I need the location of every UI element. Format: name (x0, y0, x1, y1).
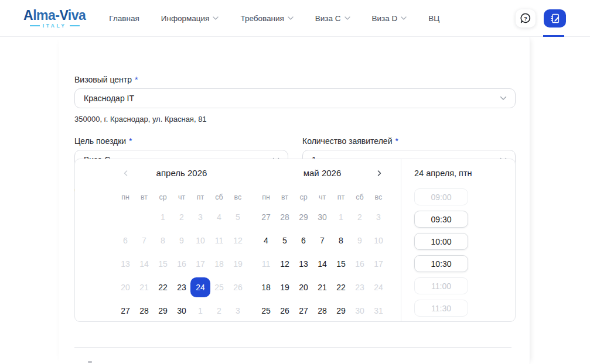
week-row: 20212223242526 (116, 276, 247, 299)
appointment-button[interactable] (544, 9, 566, 28)
nav-item-label: Информация (161, 14, 210, 23)
day-cell[interactable]: 26 (275, 299, 294, 322)
required-asterisk: * (129, 136, 132, 146)
nav-item-label: Главная (109, 14, 139, 23)
nav-item-виза-c[interactable]: Виза C (315, 14, 350, 23)
brand-subtitle: ITALY (30, 23, 80, 29)
day-cell: 2 (210, 299, 229, 322)
chevron-down-icon (345, 16, 350, 20)
day-cell[interactable]: 18 (257, 276, 275, 299)
day-cell: 11 (210, 229, 229, 252)
day-cell: 7 (135, 229, 154, 252)
day-cell: 16 (350, 252, 369, 276)
required-asterisk: * (135, 75, 138, 84)
month-title: май 2026 (257, 167, 388, 180)
day-cell[interactable]: 22 (332, 276, 350, 299)
day-cell: 2 (172, 205, 191, 229)
applicants-label: Количество заявителей* (302, 136, 398, 146)
nav-item-label: Требования (240, 14, 284, 23)
day-cell[interactable]: 12 (275, 252, 294, 276)
day-cell: 3 (369, 205, 388, 229)
week-row: 25262728293031 (257, 299, 388, 322)
day-cell[interactable]: 7 (313, 229, 332, 252)
visa-center-value: Краснодар IT (84, 94, 134, 103)
weekday-label: пн (257, 193, 275, 202)
content-panel: Визовый центр* Краснодар IT 350000, г. К… (59, 37, 530, 364)
month-grid: апрель 2026пнвтсрчтптсбвс123456789101112… (116, 167, 247, 322)
day-cell[interactable]: 15 (332, 252, 350, 276)
day-cell[interactable]: 29 (154, 299, 172, 322)
nav-item-главная[interactable]: Главная (109, 14, 139, 23)
day-cell: 1 (191, 299, 210, 322)
day-cell[interactable]: 25 (257, 299, 275, 322)
timeslot-button[interactable]: 10:00 (414, 233, 468, 250)
timeslot-button[interactable]: 09:30 (414, 211, 468, 228)
trip-purpose-label: Цель поездки* (74, 136, 132, 146)
visa-center-label: Визовый центр* (74, 75, 138, 84)
timeslots-list: 09:0009:3010:0010:3011:0011:30 (414, 188, 515, 317)
nav-item-требования[interactable]: Требования (240, 14, 293, 23)
day-cell[interactable]: 29 (332, 299, 350, 322)
day-cell[interactable]: 28 (313, 299, 332, 322)
day-cell[interactable]: 13 (294, 252, 313, 276)
day-cell[interactable]: 27 (294, 299, 313, 322)
visa-center-select[interactable]: Краснодар IT (74, 88, 516, 108)
day-cell: 21 (135, 276, 154, 299)
day-cell: 29 (294, 205, 313, 229)
day-cell[interactable]: 6 (294, 229, 313, 252)
day-cell (116, 205, 135, 229)
day-cell: 23 (350, 276, 369, 299)
day-cell: 3 (229, 299, 247, 322)
day-cell-selected[interactable]: 24 (191, 276, 210, 299)
nav-item-информация[interactable]: Информация (161, 14, 219, 23)
month-title: апрель 2026 (116, 167, 247, 180)
weekday-label: ср (294, 193, 313, 202)
day-cell: 24 (369, 276, 388, 299)
day-cell[interactable]: 22 (154, 276, 172, 299)
brand-logo[interactable]: Alma-Viva ITALY (23, 8, 86, 29)
day-cell: 2 (350, 205, 369, 229)
day-cell[interactable]: 27 (116, 299, 135, 322)
day-cell: 9 (350, 229, 369, 252)
chevron-down-icon (500, 96, 507, 101)
nav-item-виза-d[interactable]: Виза D (372, 14, 407, 23)
day-cell[interactable]: 30 (172, 299, 191, 322)
date-time-picker: апрель 2026пнвтсрчтптсбвс123456789101112… (74, 159, 516, 322)
week-row: 18192021222324 (257, 276, 388, 299)
brand-name: Alma-Viva (23, 8, 86, 22)
day-cell: 25 (210, 276, 229, 299)
day-cell: 17 (369, 252, 388, 276)
day-cell[interactable]: 19 (275, 276, 294, 299)
day-cell: 30 (350, 299, 369, 322)
day-cell[interactable]: 20 (294, 276, 313, 299)
week-row: 11121314151617 (257, 252, 388, 276)
day-cell: 6 (116, 229, 135, 252)
day-cell[interactable]: 8 (332, 229, 350, 252)
day-cell[interactable]: 23 (172, 276, 191, 299)
nav-item-вц[interactable]: ВЦ (428, 14, 439, 23)
weekday-label: пт (191, 193, 210, 202)
visa-center-address: 350000, г. Краснодар, ул. Красная, 81 (74, 115, 207, 123)
help-button[interactable]: ? (516, 9, 536, 28)
cutoff-content-fragment (88, 361, 92, 363)
required-asterisk: * (395, 136, 398, 146)
month-grid: май 2026пнвтсрчтптсбвс272829301234567891… (257, 167, 388, 322)
weekday-label: пн (116, 193, 135, 202)
day-cell: 18 (210, 252, 229, 276)
nav-actions: ? (516, 9, 566, 28)
day-cell: 26 (229, 276, 247, 299)
day-cell: 28 (275, 205, 294, 229)
week-row: 13141516171819 (116, 252, 247, 276)
timeslot-button: 11:00 (414, 277, 468, 294)
day-cell[interactable]: 4 (257, 229, 275, 252)
weekday-label: вт (135, 193, 154, 202)
day-cell[interactable]: 14 (313, 252, 332, 276)
day-cell: 11 (257, 252, 275, 276)
day-cell[interactable]: 21 (313, 276, 332, 299)
timeslot-button[interactable]: 10:30 (414, 255, 468, 272)
day-cell: 4 (210, 205, 229, 229)
day-cell[interactable]: 28 (135, 299, 154, 322)
weekday-label: чт (313, 193, 332, 202)
day-cell[interactable]: 5 (275, 229, 294, 252)
nav-item-label: ВЦ (428, 14, 439, 23)
